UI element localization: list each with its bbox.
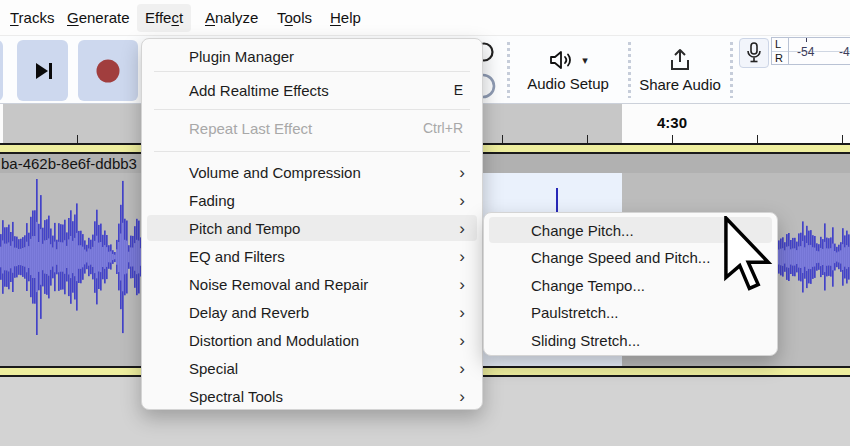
record-meter-mic-button[interactable] (739, 38, 769, 68)
menu-item-special[interactable]: Special› (147, 355, 477, 381)
audio-setup-label: Audio Setup (527, 75, 609, 92)
audio-setup-caret-icon: ▾ (582, 54, 588, 67)
menu-tools[interactable]: Tools (269, 4, 320, 32)
toolbar-grip[interactable] (628, 42, 631, 98)
menu-separator (154, 151, 470, 152)
menu-item-eq-and-filters[interactable]: EQ and Filters› (147, 243, 477, 269)
menu-effect[interactable]: Effect (137, 4, 191, 32)
microphone-icon (746, 42, 762, 64)
menu-item-plugin-manager[interactable]: Plugin Manager (147, 43, 477, 69)
menu-item-sliding-stretch[interactable]: Sliding Stretch... (489, 327, 772, 353)
menu-item-paulstretch[interactable]: Paulstretch... (489, 300, 772, 326)
submenu-chevron-icon: › (459, 276, 465, 293)
submenu-chevron-icon: › (459, 220, 465, 237)
play-to-end-icon (31, 59, 55, 83)
menu-separator (154, 71, 470, 72)
menu-item-repeat-last-effect: Repeat Last Effect Ctrl+R (147, 115, 477, 141)
share-upload-icon (667, 47, 693, 73)
menu-item-add-realtime-effects[interactable]: Add Realtime Effects E (147, 77, 477, 103)
meter-channel-labels: L R (772, 38, 789, 64)
menu-analyze[interactable]: Analyze (197, 4, 266, 32)
menu-item-noise-removal-and-repair[interactable]: Noise Removal and Repair› (147, 271, 477, 297)
transport-partial-button[interactable] (0, 40, 3, 101)
meter-scale: -54 -48 (789, 38, 850, 64)
submenu-chevron-icon: › (459, 192, 465, 209)
record-icon (95, 58, 121, 84)
edit-cursor (556, 188, 558, 212)
submenu-chevron-icon: › (459, 332, 465, 349)
record-button[interactable] (78, 40, 138, 101)
waveform-left-segment (0, 173, 141, 366)
ruler-tick (842, 135, 843, 143)
menu-separator (154, 109, 470, 110)
toolbar-grip[interactable] (730, 42, 733, 98)
mouse-cursor (724, 216, 774, 293)
ruler-tick (672, 135, 673, 143)
menu-bar: TracksGenerateEffectAnalyzeToolsHelp (0, 0, 850, 36)
meter-right-label: R (772, 52, 788, 65)
submenu-chevron-icon: › (459, 388, 465, 405)
ruler-tick (757, 135, 758, 143)
meter-left-label: L (772, 38, 788, 52)
toolbar-grip[interactable] (507, 42, 510, 98)
play-button[interactable] (17, 40, 68, 101)
menu-generate[interactable]: Generate (59, 4, 138, 32)
menu-item-volume-and-compression[interactable]: Volume and Compression› (147, 159, 477, 185)
ruler-tick (77, 135, 78, 143)
menu-item-distortion-and-modulation[interactable]: Distortion and Modulation› (147, 327, 477, 353)
meter-scale-value: -54 (797, 45, 814, 59)
menu-item-pitch-and-tempo[interactable]: Pitch and Tempo› (147, 215, 477, 241)
submenu-chevron-icon: › (459, 360, 465, 377)
meter-scale-value: -48 (839, 45, 850, 59)
share-audio-label: Share Audio (639, 76, 721, 93)
audacity-window: TracksGenerateEffectAnalyzeToolsHelp (0, 0, 850, 446)
submenu-chevron-icon: › (459, 248, 465, 265)
ruler-tick (502, 135, 503, 143)
speaker-icon (548, 48, 576, 72)
share-audio-button[interactable]: Share Audio (636, 38, 724, 102)
menu-help[interactable]: Help (322, 4, 369, 32)
meter-tick (806, 38, 807, 42)
effect-menu: Plugin Manager Add Realtime Effects E Re… (141, 38, 483, 410)
waveform-right-segment (778, 173, 850, 366)
menu-tracks[interactable]: Tracks (2, 4, 62, 32)
menu-item-fading[interactable]: Fading› (147, 187, 477, 213)
clip-name: ba-462b-8e6f-ddbb3 (1, 155, 137, 172)
ruler-tick (587, 135, 588, 143)
timeline-label: 4:30 (657, 114, 687, 131)
submenu-chevron-icon: › (459, 304, 465, 321)
menu-item-delay-and-reverb[interactable]: Delay and Reverb› (147, 299, 477, 325)
audio-setup-button[interactable]: ▾ Audio Setup (518, 38, 618, 102)
menu-item-spectral-tools[interactable]: Spectral Tools› (147, 383, 477, 409)
submenu-chevron-icon: › (459, 164, 465, 181)
recording-meter[interactable]: L R -54 -48 (771, 37, 850, 65)
